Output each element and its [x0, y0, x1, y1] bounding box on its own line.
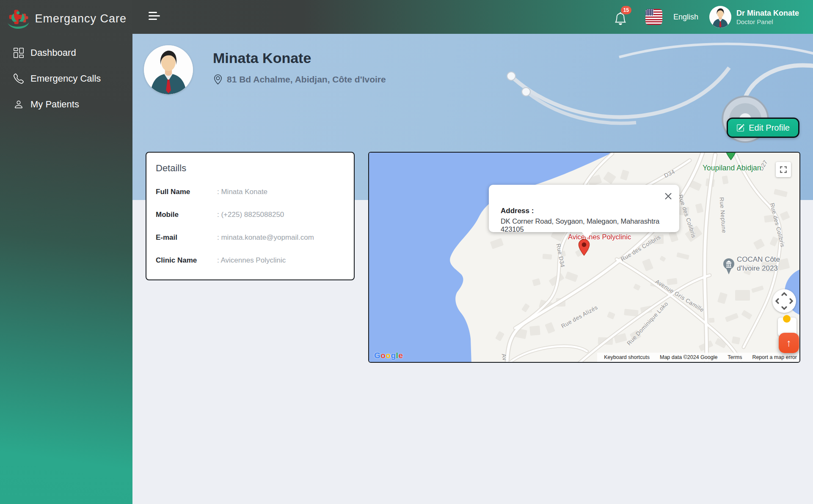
details-card: Detaills Full Name : Minata Konate Mobil…	[146, 152, 355, 280]
detail-row-mobile: Mobile : (+225) 8825088250	[156, 203, 344, 226]
map-data-text: Map data ©2024 Google	[660, 354, 717, 360]
detail-row-full-name: Full Name : Minata Konate	[156, 181, 344, 203]
map-label-youpiland: Youpiland Abidjan	[703, 164, 761, 173]
user-name: Dr Minata Konate	[736, 8, 799, 18]
map-pan-control[interactable]	[772, 289, 796, 313]
top-bar: 15 English Dr Minata Konate Doctor Panel	[132, 0, 813, 34]
sidebar-nav: Dashboard Emergency Calls My Patients	[0, 42, 132, 115]
keyboard-shortcuts-link[interactable]: Keyboard shortcuts	[604, 354, 650, 360]
red-map-marker[interactable]	[577, 237, 591, 257]
profile-avatar	[144, 45, 193, 94]
terms-link[interactable]: Terms	[728, 354, 742, 360]
map-fullscreen-button[interactable]	[776, 162, 791, 177]
person-icon	[14, 99, 24, 110]
us-flag-icon[interactable]	[645, 9, 662, 25]
map-label-cocan: COCAN Côte d'Ivoire 2023	[737, 255, 780, 273]
emergency-care-logo-icon	[6, 5, 30, 32]
street-label: Rue des Colibris	[769, 203, 786, 248]
pencil-square-icon	[736, 124, 744, 132]
grid-icon	[14, 48, 24, 58]
doctor-profile-page: Emergancy Care Dashboard Emergency Calls…	[0, 0, 813, 504]
details-rows: Full Name : Minata Konate Mobile : (+225…	[156, 181, 344, 272]
details-card-title: Detaills	[156, 163, 344, 174]
notification-count-badge: 15	[621, 6, 631, 14]
sidebar-item-label: Dashboard	[30, 47, 76, 58]
user-menu[interactable]: Dr Minata Konate Doctor Panel	[709, 6, 799, 28]
street-label: D34	[663, 168, 676, 179]
page-title-doctor-name: Minata Konate	[213, 50, 311, 66]
pan-arrows-icon	[772, 289, 796, 313]
sidebar-item-label: Emergency Calls	[30, 73, 101, 84]
info-window-address: DK Corner Road, Soygaon, Malegaon, Mahar…	[501, 217, 675, 233]
google-logo[interactable]: Google	[374, 351, 403, 360]
edit-profile-label: Edit Profile	[749, 123, 790, 133]
fullscreen-icon	[780, 166, 787, 173]
scroll-to-top-button[interactable]: ↑	[779, 333, 799, 353]
location-pin-icon	[213, 74, 223, 85]
sidebar: Emergancy Care Dashboard Emergency Calls…	[0, 0, 132, 504]
street-label: Rue des Colibris	[677, 194, 697, 238]
museum-poi-icon	[723, 257, 735, 274]
language-selector[interactable]: English	[673, 13, 698, 22]
pegman-icon	[783, 315, 791, 323]
detail-row-clinic-name: Clinic Name : Avicennes Polyclinic	[156, 249, 344, 272]
map-attribution-bar: Keyboard shortcuts Map data ©2024 Google…	[597, 353, 799, 362]
avatar	[709, 6, 731, 28]
profile-address: 81 Bd Achalme, Abidjan, Côte d'Ivoire	[213, 74, 386, 85]
sidebar-item-label: My Patients	[30, 99, 79, 110]
sidebar-item-my-patients[interactable]: My Patients	[0, 94, 132, 115]
info-window-title: Address :	[501, 207, 675, 215]
edit-profile-button[interactable]: Edit Profile	[727, 118, 799, 138]
street-label: Rue Dominique Loko	[626, 301, 670, 347]
user-role: Doctor Panel	[736, 18, 799, 25]
brand-logo[interactable]: Emergancy Care	[0, 0, 132, 37]
street-label: Rue des Alizés	[560, 304, 599, 329]
close-icon[interactable]	[663, 192, 673, 202]
green-map-marker[interactable]	[724, 152, 738, 162]
street-label: Av	[501, 353, 508, 361]
brand-name: Emergancy Care	[35, 12, 127, 25]
google-map[interactable]: D34Rue des ColibrisRue NeptuneD27Rue des…	[368, 152, 800, 363]
detail-row-email: E-mail : minata.konate@yopmail.com	[156, 226, 344, 249]
sidebar-item-dashboard[interactable]: Dashboard	[0, 42, 132, 63]
profile-address-text: 81 Bd Achalme, Abidjan, Côte d'Ivoire	[227, 74, 386, 85]
topbar-right-cluster: 15 English Dr Minata Konate Doctor Panel	[614, 0, 799, 34]
sidebar-item-emergency-calls[interactable]: Emergency Calls	[0, 68, 132, 89]
map-info-window: Address : DK Corner Road, Soygaon, Maleg…	[489, 185, 679, 232]
phone-icon	[14, 74, 24, 84]
street-label: Rue D34	[555, 243, 566, 268]
notifications-button[interactable]: 15	[614, 8, 628, 25]
menu-toggle-icon[interactable]	[149, 9, 164, 25]
report-map-error-link[interactable]: Report a map error	[752, 354, 797, 360]
street-label: Rue Neptune	[719, 197, 728, 233]
